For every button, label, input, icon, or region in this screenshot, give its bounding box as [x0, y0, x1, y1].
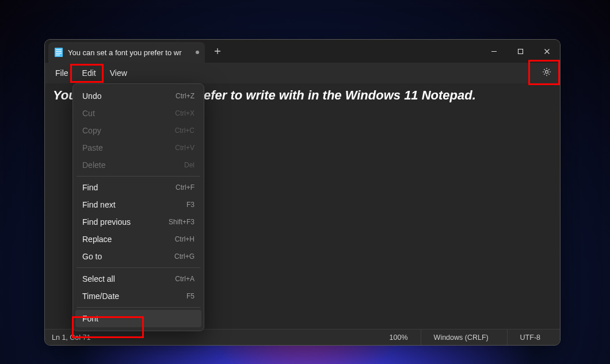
- titlebar[interactable]: You can set a font you prefer to wr: [45, 40, 560, 63]
- edit-menu-item-find-next[interactable]: Find nextF3: [75, 196, 201, 213]
- edit-menu-item-select-all[interactable]: Select allCtrl+A: [75, 270, 201, 288]
- edit-menu-item-undo[interactable]: UndoCtrl+Z: [75, 87, 201, 105]
- menu-item-shortcut: Ctrl+C: [175, 127, 195, 135]
- maximize-button[interactable]: [507, 40, 533, 63]
- menu-view[interactable]: View: [103, 66, 134, 80]
- svg-rect-5: [518, 49, 523, 53]
- edit-menu-item-replace[interactable]: ReplaceCtrl+H: [75, 231, 201, 248]
- edit-menu-item-cut: CutCtrl+X: [75, 105, 201, 122]
- tab-title: You can set a font you prefer to wr: [68, 48, 191, 57]
- gear-icon: [542, 67, 552, 79]
- minimize-button[interactable]: [481, 40, 507, 63]
- menu-file[interactable]: File: [48, 66, 75, 80]
- menu-item-label: Delete: [82, 160, 105, 170]
- menu-item-shortcut: F5: [186, 292, 195, 300]
- edit-menu-item-delete: DeleteDel: [75, 156, 201, 174]
- edit-menu-item-find-previous[interactable]: Find previousShift+F3: [75, 213, 201, 231]
- menu-separator: [77, 307, 200, 308]
- menu-item-label: Go to: [82, 252, 102, 261]
- edit-menu-item-font[interactable]: Font: [75, 310, 201, 327]
- menu-item-label: Copy: [82, 126, 101, 135]
- edit-menu-item-go-to[interactable]: Go toCtrl+G: [75, 248, 201, 265]
- menu-item-label: Undo: [82, 91, 101, 101]
- tab-active[interactable]: You can set a font you prefer to wr: [48, 42, 205, 63]
- menu-item-label: Cut: [82, 109, 95, 118]
- statusbar: Ln 1, Col 71 100% Windows (CRLF) UTF-8: [45, 329, 560, 345]
- menu-item-shortcut: Ctrl+F: [176, 183, 195, 191]
- close-button[interactable]: [533, 40, 560, 63]
- menu-item-label: Select all: [82, 274, 115, 283]
- menu-edit[interactable]: Edit: [75, 66, 103, 80]
- status-zoom[interactable]: 100%: [377, 329, 421, 345]
- edit-menu-item-copy: CopyCtrl+C: [75, 122, 201, 139]
- menu-item-shortcut: Ctrl+Z: [176, 92, 195, 100]
- svg-rect-0: [55, 48, 63, 57]
- status-position: Ln 1, Col 71: [52, 334, 92, 342]
- edit-dropdown-menu: UndoCtrl+ZCutCtrl+XCopyCtrl+CPasteCtrl+V…: [73, 83, 204, 331]
- menu-item-label: Find next: [82, 200, 116, 209]
- status-encoding[interactable]: UTF-8: [507, 329, 553, 345]
- edit-menu-item-time-date[interactable]: Time/DateF5: [75, 288, 201, 305]
- edit-menu-item-paste: PasteCtrl+V: [75, 139, 201, 156]
- menu-item-label: Time/Date: [82, 292, 119, 301]
- menu-item-shortcut: Ctrl+G: [174, 252, 195, 260]
- new-tab-button[interactable]: [208, 40, 227, 63]
- menubar: File Edit View: [45, 63, 560, 83]
- menu-item-label: Find: [82, 183, 98, 192]
- menu-separator: [77, 176, 200, 177]
- menu-item-label: Font: [82, 314, 98, 323]
- menu-item-shortcut: Shift+F3: [169, 218, 195, 226]
- menu-item-shortcut: Ctrl+A: [175, 275, 195, 283]
- svg-point-6: [546, 71, 548, 74]
- tab-modified-dot: [196, 51, 199, 54]
- menu-separator: [77, 267, 200, 268]
- menu-item-shortcut: Ctrl+V: [175, 144, 195, 152]
- settings-button[interactable]: [537, 64, 556, 82]
- svg-rect-4: [56, 55, 60, 55]
- svg-rect-1: [56, 49, 62, 50]
- menu-item-shortcut: Del: [184, 161, 195, 169]
- svg-rect-2: [56, 51, 62, 52]
- status-eol[interactable]: Windows (CRLF): [421, 329, 507, 345]
- menu-item-label: Replace: [82, 235, 112, 244]
- menu-item-label: Paste: [82, 143, 103, 152]
- edit-menu-item-find[interactable]: FindCtrl+F: [75, 179, 201, 196]
- menu-item-shortcut: Ctrl+X: [175, 109, 195, 117]
- window-controls: [481, 40, 560, 63]
- notepad-icon: [54, 48, 63, 57]
- menu-item-label: Find previous: [82, 217, 131, 227]
- svg-rect-3: [56, 53, 62, 53]
- menu-item-shortcut: F3: [186, 201, 195, 209]
- menu-item-shortcut: Ctrl+H: [175, 235, 195, 243]
